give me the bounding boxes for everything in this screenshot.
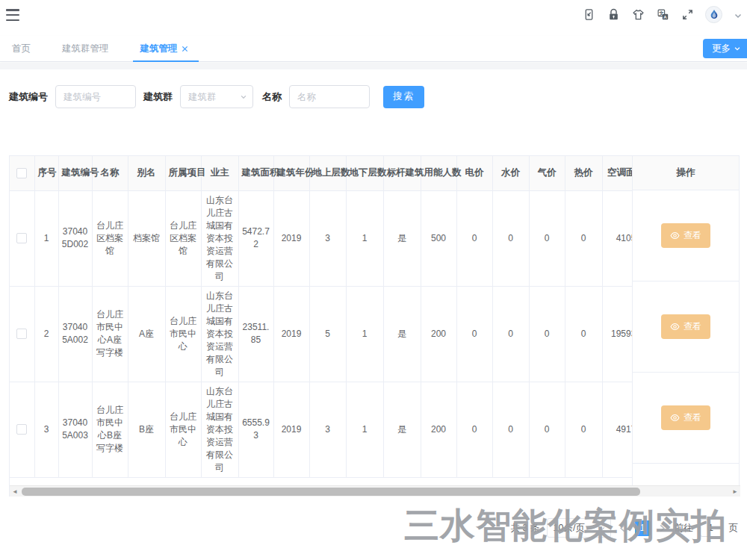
column-header: 序号 [34, 156, 58, 190]
table-cell: 5472.72 [238, 190, 273, 286]
table-cell: 200 [421, 382, 456, 477]
row-checkbox[interactable] [16, 424, 27, 435]
fullscreen-icon[interactable] [681, 7, 694, 21]
view-button[interactable]: 查看 [661, 314, 710, 339]
scrollbar-right-arrow-icon[interactable]: ► [730, 486, 740, 497]
scrollbar-thumb[interactable] [22, 488, 640, 496]
svg-text:A: A [663, 14, 667, 19]
theme-icon[interactable] [631, 7, 645, 21]
pagination-total: 共 3 条 [511, 522, 540, 535]
table-cell: 1 [346, 382, 383, 477]
table-cell: 台儿庄区档案馆 [165, 190, 201, 286]
table-cell: 2019 [273, 190, 309, 286]
topbar: 文 A [0, 0, 747, 28]
scrollbar-left-arrow-icon[interactable]: ◄ [10, 486, 20, 497]
table-cell: 0 [492, 190, 529, 286]
table-cell: 23511.85 [238, 286, 273, 382]
action-cell: 查看 [633, 281, 739, 373]
name-input[interactable] [289, 85, 370, 108]
table-cell: A座 [128, 286, 165, 382]
goto-page-input[interactable] [700, 519, 722, 537]
tab-building-group-management[interactable]: 建筑群管理 [59, 36, 112, 61]
column-header: 建筑编号 [58, 156, 92, 190]
chevron-down-icon [734, 45, 741, 52]
building-group-select[interactable] [180, 85, 253, 108]
table-cell: 2019 [273, 286, 309, 382]
table-fixed-action-column: 操作 查看查看查看 [632, 156, 739, 486]
hamburger-menu-icon[interactable] [6, 9, 21, 21]
table-cell: 370405D002 [58, 190, 92, 286]
table-cell: 0 [565, 382, 602, 477]
chevron-down-icon[interactable] [734, 10, 743, 19]
language-icon[interactable]: 文 A [656, 7, 669, 21]
building-number-input[interactable] [55, 85, 136, 108]
table-cell: 0 [565, 190, 602, 286]
column-header: 地下层数 [346, 156, 383, 190]
next-page-icon[interactable] [657, 520, 668, 535]
horizontal-scrollbar[interactable]: ◄ ► [10, 485, 740, 497]
table-row: 1370405D002台儿庄区档案馆档案馆台儿庄区档案馆山东台儿庄古城国有资本投… [10, 190, 650, 286]
table-cell: 370405A002 [58, 286, 92, 382]
table-cell: 1 [346, 286, 383, 382]
topbar-actions: 文 A [582, 6, 743, 23]
avatar[interactable] [705, 6, 722, 23]
eye-icon [670, 322, 680, 332]
action-cell: 查看 [633, 373, 739, 464]
table-cell: 2019 [273, 382, 309, 477]
goto-label: 前往 [675, 522, 693, 535]
table-cell: 1 [346, 190, 383, 286]
table-cell: 是 [383, 286, 421, 382]
tab-building-management[interactable]: 建筑管理 [137, 36, 191, 61]
table-cell: 0 [456, 382, 492, 477]
select-all-checkbox[interactable] [16, 168, 27, 178]
table-cell: 台儿庄市民中心 [165, 286, 201, 382]
row-checkbox[interactable] [16, 233, 27, 243]
page-size-select[interactable]: 10条/页 [547, 518, 611, 538]
tab-home[interactable]: 首页 [9, 36, 34, 61]
column-header: 用能人数 [421, 156, 456, 190]
table-cell: 6555.93 [238, 382, 273, 477]
table-cell: 0 [529, 286, 565, 382]
screenshot-icon[interactable] [582, 7, 595, 21]
column-header: 建筑年份 [273, 156, 309, 190]
table-cell: 山东台儿庄古城国有资本投资运营有限公司 [201, 382, 238, 477]
more-button[interactable]: 更多 [703, 39, 747, 58]
pagination: 共 3 条 10条/页 1 前往 页 [511, 518, 738, 538]
table-cell: 台儿庄市民中心B座写字楼 [92, 382, 128, 477]
column-header: 热价 [565, 156, 602, 190]
table-cell: 0 [456, 286, 492, 382]
search-button[interactable]: 搜索 [383, 86, 424, 108]
eye-icon [670, 413, 680, 423]
table-cell: 370405A003 [58, 382, 92, 477]
table-cell: 3 [309, 190, 346, 286]
table-cell: 3 [309, 382, 346, 477]
select-all-checkbox-cell [10, 156, 34, 190]
prev-page-icon[interactable] [618, 520, 628, 535]
chevron-down-icon [598, 525, 606, 532]
table-cell: 台儿庄市民中心A座写字楼 [92, 286, 128, 382]
table-cell: 台儿庄区档案馆 [92, 190, 128, 286]
view-button[interactable]: 查看 [661, 405, 710, 430]
table-cell: 0 [492, 286, 529, 382]
lock-icon[interactable] [607, 7, 620, 21]
column-header: 电价 [456, 156, 492, 190]
building-group-select-input[interactable] [180, 85, 253, 108]
column-header: 地上层数 [309, 156, 346, 190]
table-cell: 山东台儿庄古城国有资本投资运营有限公司 [201, 190, 238, 286]
close-icon[interactable] [182, 46, 188, 52]
column-header: 气价 [529, 156, 565, 190]
tabs-bar-shadow-band [0, 63, 747, 69]
page-number-1[interactable]: 1 [635, 520, 651, 536]
table-cell: B座 [128, 382, 165, 477]
eye-icon [670, 231, 680, 240]
action-cell: 查看 [633, 190, 739, 281]
action-column-header: 操作 [633, 156, 739, 190]
buildings-table: 序号建筑编号名称别名所属项目业主建筑面积建筑年份地上层数地下层数标杆建筑用能人数… [9, 155, 740, 497]
column-header: 标杆建筑 [383, 156, 421, 190]
table-cell: 2 [34, 286, 58, 382]
view-button[interactable]: 查看 [661, 223, 710, 248]
building-management-page: 文 A [0, 0, 747, 560]
table-row: 3370405A003台儿庄市民中心B座写字楼B座台儿庄市民中心山东台儿庄古城国… [10, 382, 650, 477]
table-cell: 0 [529, 190, 565, 286]
row-checkbox[interactable] [16, 329, 27, 339]
